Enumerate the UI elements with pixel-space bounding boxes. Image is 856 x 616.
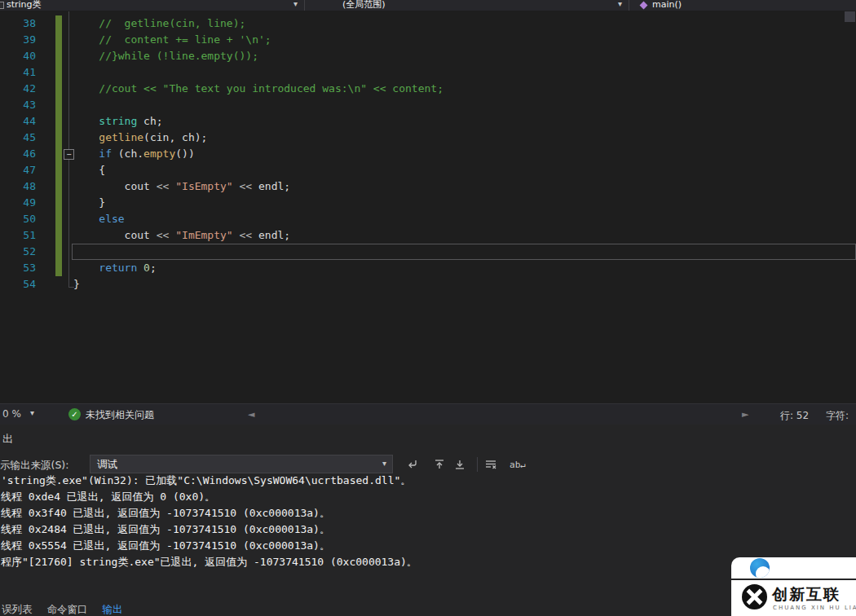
change-tracking-mark bbox=[55, 211, 62, 227]
change-tracking-mark bbox=[55, 260, 62, 276]
code-line-41[interactable]: 41 bbox=[0, 64, 856, 81]
code-line-43[interactable]: 43 bbox=[0, 97, 856, 113]
code-text: cout << "IsEmpty" << endl; bbox=[73, 178, 290, 195]
code-lines: 38 // getline(cin, line);39 // content +… bbox=[0, 15, 856, 293]
code-line-38[interactable]: 38 // getline(cin, line); bbox=[0, 15, 856, 32]
zoom-value: 0 % bbox=[2, 408, 21, 420]
code-line-47[interactable]: 47 { bbox=[0, 162, 856, 178]
code-editor[interactable]: 38 // getline(cin, line);39 // content +… bbox=[0, 11, 856, 403]
scrollbar-corner[interactable] bbox=[845, 11, 855, 22]
watermark-brand-card: 创新互联 CHUANG XIN HU LIAN bbox=[731, 580, 856, 616]
member-dropdown-label: main() bbox=[652, 0, 682, 10]
clear-all-icon[interactable] bbox=[482, 455, 500, 473]
line-number[interactable]: 46 bbox=[0, 146, 36, 162]
line-number[interactable]: 49 bbox=[0, 195, 36, 211]
word-wrap-icon[interactable]: ab↵ bbox=[505, 455, 530, 473]
zoom-control[interactable]: 0 % ▾ bbox=[2, 408, 21, 420]
output-panel-title: 出 bbox=[2, 432, 13, 447]
next-message-icon[interactable] bbox=[451, 455, 469, 473]
change-tracking-mark bbox=[55, 113, 62, 130]
char-indicator: 字符: bbox=[826, 409, 849, 423]
change-tracking-mark bbox=[55, 48, 62, 64]
method-icon bbox=[640, 2, 648, 10]
code-line-46[interactable]: 46− if (ch.empty()) bbox=[0, 146, 856, 162]
line-number[interactable]: 54 bbox=[0, 276, 36, 293]
scroll-right-arrow-icon[interactable]: ► bbox=[742, 409, 748, 420]
code-text: return 0; bbox=[73, 260, 157, 276]
check-circle-icon: ✓ bbox=[68, 408, 81, 420]
change-tracking-mark bbox=[55, 244, 62, 260]
code-text: // getline(cin, line); bbox=[73, 15, 245, 32]
change-tracking-mark bbox=[55, 81, 62, 97]
line-number[interactable]: 39 bbox=[0, 32, 36, 48]
code-text: getline(cin, ch); bbox=[73, 130, 207, 146]
previous-message-icon[interactable] bbox=[430, 455, 448, 473]
chevron-down-icon: ▾ bbox=[30, 408, 34, 417]
line-number[interactable]: 50 bbox=[0, 211, 36, 227]
scope-dropdown[interactable]: (全局范围) ▾ bbox=[305, 0, 629, 11]
code-text: } bbox=[73, 276, 80, 293]
line-number[interactable]: 47 bbox=[0, 162, 36, 178]
code-text: } bbox=[73, 195, 105, 211]
code-line-51[interactable]: 51 cout << "ImEmpty" << endl; bbox=[0, 227, 856, 244]
line-number[interactable]: 40 bbox=[0, 48, 36, 64]
line-number[interactable]: 52 bbox=[0, 244, 36, 260]
panel-tab-bar: 误列表命令窗口输出 bbox=[0, 603, 856, 616]
line-indicator: 行: 52 bbox=[780, 409, 809, 423]
chevron-down-icon: ▾ bbox=[618, 0, 622, 9]
line-number[interactable]: 44 bbox=[0, 113, 36, 130]
health-message: 未找到相关问题 bbox=[86, 408, 154, 422]
code-text: else bbox=[73, 211, 125, 227]
code-line-53[interactable]: 53 return 0; bbox=[0, 260, 856, 276]
code-line-45[interactable]: 45 getline(cin, ch); bbox=[0, 130, 856, 146]
line-number[interactable]: 48 bbox=[0, 178, 36, 195]
line-number[interactable]: 42 bbox=[0, 81, 36, 97]
code-text: // content += line + '\n'; bbox=[73, 32, 271, 48]
line-number[interactable]: 41 bbox=[0, 64, 36, 81]
tab-command-window[interactable]: 命令窗口 bbox=[47, 603, 88, 616]
brand-subtitle: CHUANG XIN HU LIAN bbox=[773, 605, 856, 611]
output-source-combobox[interactable]: 调试 ▾ bbox=[90, 455, 393, 473]
line-number[interactable]: 43 bbox=[0, 97, 36, 113]
code-line-54[interactable]: 54} bbox=[0, 276, 856, 293]
goto-source-icon[interactable] bbox=[404, 455, 421, 473]
member-dropdown[interactable]: main() bbox=[629, 0, 856, 11]
project-dropdown-label: string类 bbox=[7, 0, 42, 10]
tab-output[interactable]: 输出 bbox=[103, 603, 123, 616]
project-dropdown[interactable]: string类 ▾ bbox=[0, 0, 305, 11]
code-line-39[interactable]: 39 // content += line + '\n'; bbox=[0, 32, 856, 48]
vs-window: string类 ▾ (全局范围) ▾ main() 38 // getline(… bbox=[0, 0, 856, 616]
scope-dropdown-label: (全局范围) bbox=[342, 0, 386, 10]
brand-name: 创新互联 bbox=[772, 584, 841, 605]
change-tracking-mark bbox=[55, 15, 62, 32]
line-number[interactable]: 45 bbox=[0, 130, 36, 146]
change-tracking-mark bbox=[55, 162, 62, 178]
change-tracking-mark bbox=[55, 178, 62, 195]
code-line-52[interactable]: 52 bbox=[0, 244, 856, 260]
line-number[interactable]: 53 bbox=[0, 260, 36, 276]
code-line-42[interactable]: 42 //cout << "The text you introduced wa… bbox=[0, 81, 856, 97]
code-line-48[interactable]: 48 cout << "IsEmpty" << endl; bbox=[0, 178, 856, 195]
code-line-50[interactable]: 50 else bbox=[0, 211, 856, 227]
chat-icon bbox=[750, 558, 770, 578]
code-text: string ch; bbox=[73, 113, 163, 130]
output-line: 程序"[21760] string类.exe"已退出, 返回值为 -107374… bbox=[1, 554, 856, 570]
collapse-region-icon[interactable]: − bbox=[64, 149, 74, 160]
code-text: if (ch.empty()) bbox=[73, 146, 195, 162]
change-tracking-mark bbox=[55, 195, 62, 211]
tab-error-list[interactable]: 误列表 bbox=[2, 603, 33, 616]
cxhl-logo-icon bbox=[742, 584, 767, 609]
code-line-49[interactable]: 49 } bbox=[0, 195, 856, 211]
code-line-44[interactable]: 44 string ch; bbox=[0, 113, 856, 130]
line-number[interactable]: 38 bbox=[0, 15, 36, 32]
toolbar-separator bbox=[477, 457, 478, 472]
code-line-40[interactable]: 40 //}while (!line.empty()); bbox=[0, 48, 856, 64]
output-source-value: 调试 bbox=[97, 458, 117, 470]
scroll-left-arrow-icon[interactable]: ◄ bbox=[248, 409, 254, 420]
line-number[interactable]: 51 bbox=[0, 227, 36, 244]
change-tracking-mark bbox=[55, 130, 62, 146]
change-tracking-mark bbox=[55, 97, 62, 113]
output-log: 'string类.exe"(Win32): 已加载"C:\Windows\Sys… bbox=[1, 473, 856, 570]
output-source-label: 示输出来源(S): bbox=[0, 459, 68, 473]
output-line: 线程 0x5554 已退出, 返回值为 -1073741510 (0xc0000… bbox=[1, 538, 856, 554]
